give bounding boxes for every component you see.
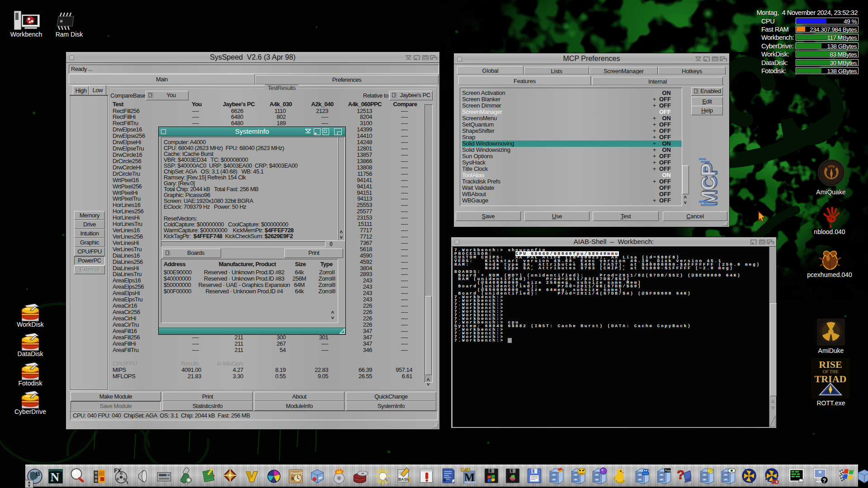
svg-text:MCP: MCP xyxy=(698,163,719,207)
svg-text:PowerPC: PowerPC xyxy=(665,469,672,472)
svg-text:Maxon: Maxon xyxy=(465,480,476,484)
svg-text:RISE: RISE xyxy=(819,359,842,370)
svg-text:3D: 3D xyxy=(771,479,779,485)
svg-text:?: ? xyxy=(677,468,684,482)
svg-text:B: B xyxy=(36,470,40,477)
svg-text:6: 6 xyxy=(292,476,294,481)
svg-text:?: ? xyxy=(822,478,826,484)
svg-text:N: N xyxy=(50,470,59,484)
